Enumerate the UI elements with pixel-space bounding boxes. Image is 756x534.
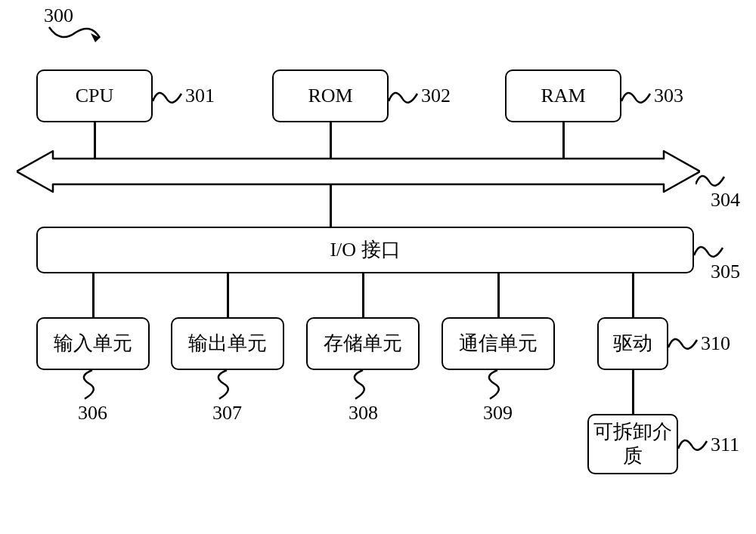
ref-io: 305 (711, 261, 740, 283)
squiggle-icon (76, 370, 101, 402)
cpu-block: CPU (36, 69, 153, 122)
ref-storage: 308 (349, 402, 378, 424)
svg-marker-1 (17, 151, 700, 192)
connector-line (632, 370, 634, 414)
squiggle-icon (210, 370, 236, 402)
ram-block: RAM (505, 69, 621, 122)
bus-arrow (17, 148, 700, 195)
io-block: I/O 接口 (36, 227, 694, 273)
ref-ram: 303 (654, 85, 683, 107)
ref-input: 306 (78, 402, 107, 424)
input-block: 输入单元 (36, 317, 150, 370)
rom-block: ROM (272, 69, 389, 122)
output-block: 输出单元 (171, 317, 284, 370)
ref-comm: 309 (483, 402, 513, 424)
squiggle-icon (668, 331, 700, 357)
squiggle-icon (621, 85, 653, 110)
connector-line (92, 273, 94, 317)
ref-rom: 302 (421, 85, 451, 107)
squiggle-icon (153, 85, 184, 110)
squiggle-icon (389, 85, 420, 110)
squiggle-icon (678, 432, 710, 458)
drive-block: 驱动 (597, 317, 668, 370)
connector-line (632, 273, 634, 317)
ref-cpu: 301 (185, 85, 215, 107)
squiggle-icon (346, 370, 372, 402)
removable-block: 可拆卸介质 (587, 414, 678, 474)
figure-arrow-icon (45, 21, 113, 51)
squiggle-icon (481, 370, 507, 402)
storage-block: 存储单元 (306, 317, 420, 370)
ref-removable: 311 (711, 434, 739, 456)
connector-line (362, 273, 364, 317)
comm-block: 通信单元 (442, 317, 555, 370)
ref-output: 307 (212, 402, 242, 424)
ref-drive: 310 (701, 332, 730, 355)
removable-label: 可拆卸介质 (589, 420, 677, 469)
connector-line (227, 273, 229, 317)
connector-line (497, 273, 500, 317)
connector-line (330, 184, 332, 227)
ref-bus: 304 (711, 189, 740, 211)
